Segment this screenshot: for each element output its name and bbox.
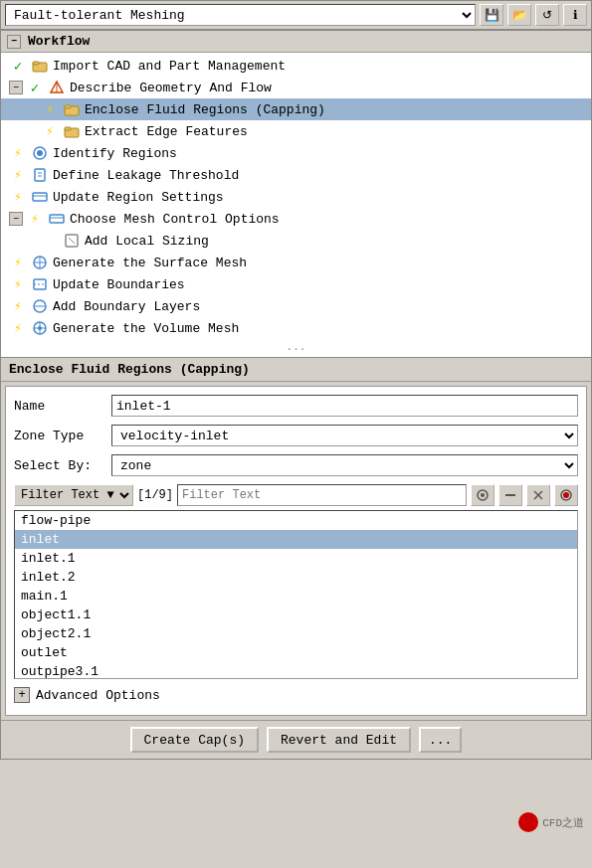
- list-item-flow-pipe[interactable]: flow-pipe: [15, 511, 577, 530]
- lightning-icon-surface: ⚡: [9, 254, 27, 271]
- tree-item-boundary-layers[interactable]: ⚡ Add Boundary Layers: [1, 295, 591, 317]
- filter-clear-btn[interactable]: [526, 484, 550, 506]
- svg-point-9: [37, 150, 43, 156]
- leakage-icon: [31, 166, 49, 184]
- meshing-type-select[interactable]: Fault-tolerant Meshing: [5, 4, 476, 26]
- tree-item-define-leakage[interactable]: ⚡ Define Leakage Threshold: [1, 164, 591, 186]
- tree-item-identify-regions[interactable]: ⚡ Identify Regions: [1, 142, 591, 164]
- boundaries-icon: [31, 275, 49, 293]
- list-item-outpipe31[interactable]: outpipe3.1: [15, 662, 577, 679]
- tree-label-surface-mesh: Generate the Surface Mesh: [53, 256, 247, 270]
- filter-deselect-btn[interactable]: [498, 484, 522, 506]
- list-item-object21[interactable]: object2.1: [15, 624, 577, 643]
- workflow-collapse-btn[interactable]: −: [7, 35, 21, 49]
- folder-icon-extract: [63, 122, 81, 140]
- form-body: Name Zone Type velocity-inletpressure-ou…: [5, 386, 587, 716]
- top-bar: Fault-tolerant Meshing 💾 📂 ↺ ℹ: [0, 0, 592, 30]
- svg-rect-10: [35, 169, 45, 181]
- form-title: Enclose Fluid Regions (Capping): [1, 358, 591, 382]
- list-item-inlet1[interactable]: inlet.1: [15, 549, 577, 568]
- watermark-text: CFD之道: [542, 815, 584, 830]
- name-input[interactable]: [111, 395, 578, 417]
- tree-label-identify: Identify Regions: [53, 146, 177, 161]
- list-item-main1[interactable]: main.1: [15, 587, 577, 606]
- svg-point-36: [563, 492, 569, 498]
- select-by-row: Select By: zonenamelabel: [14, 454, 578, 476]
- zone-type-select[interactable]: velocity-inletpressure-outletwallinterio…: [111, 425, 578, 446]
- tree-label-import-cad: Import CAD and Part Management: [53, 59, 286, 74]
- list-item-inlet2[interactable]: inlet.2: [15, 568, 577, 587]
- watermark-logo: [518, 812, 538, 832]
- workflow-title: Workflow: [28, 34, 90, 49]
- tree-item-update-region[interactable]: ⚡ Update Region Settings: [1, 186, 591, 208]
- lightning-icon-boundaries: ⚡: [9, 275, 27, 293]
- lightning-icon-enclose: ⚡: [41, 100, 59, 118]
- check-icon-import: ✓: [9, 57, 27, 75]
- tree-item-surface-mesh[interactable]: ⚡ Generate the Surface Mesh: [1, 252, 591, 273]
- refresh-button[interactable]: ↺: [535, 4, 559, 26]
- tree-label-extract: Extract Edge Features: [85, 124, 248, 139]
- sizing-icon: [63, 232, 81, 250]
- describe-collapse-btn[interactable]: −: [9, 81, 23, 94]
- info-button[interactable]: ℹ: [563, 4, 587, 26]
- name-row: Name: [14, 395, 578, 417]
- tree-item-update-boundaries[interactable]: ⚡ Update Boundaries: [1, 273, 591, 295]
- tree-label-leakage: Define Leakage Threshold: [53, 168, 239, 183]
- choose-mesh-collapse-btn[interactable]: −: [9, 212, 23, 226]
- save-button[interactable]: 💾: [480, 4, 503, 26]
- filter-count: [1/9]: [137, 488, 173, 502]
- filter-type-select[interactable]: Filter Text ▼: [14, 484, 133, 506]
- tree-item-volume-mesh[interactable]: ⚡ Generate the Volume Mesh: [1, 317, 591, 339]
- settings-icon: [31, 188, 49, 206]
- list-item-outlet[interactable]: outlet: [15, 643, 577, 662]
- spacing-icon: [41, 232, 59, 250]
- lightning-icon-layers: ⚡: [9, 297, 27, 315]
- tree-item-choose-mesh[interactable]: − ⚡ Choose Mesh Control Options: [1, 208, 591, 230]
- filter-select-all-btn[interactable]: [471, 484, 494, 506]
- advanced-expand-btn[interactable]: +: [14, 687, 30, 703]
- svg-rect-15: [50, 215, 64, 223]
- create-cap-button[interactable]: Create Cap(s): [130, 727, 259, 753]
- mesh-icon: [48, 210, 66, 228]
- check-icon-describe: ✓: [26, 79, 44, 96]
- geometry-icon: [48, 79, 66, 96]
- bottom-bar: Create Cap(s) Revert and Edit ...: [1, 720, 591, 759]
- tree-label-choose-mesh: Choose Mesh Control Options: [70, 212, 280, 227]
- filter-refresh-btn[interactable]: [554, 484, 578, 506]
- lightning-icon-mesh: ⚡: [26, 210, 44, 228]
- tree-label-local-sizing: Add Local Sizing: [85, 234, 209, 249]
- tree-item-describe-geometry[interactable]: − ✓ Describe Geometry And Flow: [1, 77, 591, 98]
- svg-line-18: [69, 238, 75, 244]
- tree-item-add-local-sizing[interactable]: Add Local Sizing: [1, 230, 591, 252]
- more-indicator: ...: [1, 339, 591, 355]
- advanced-options-label: Advanced Options: [36, 688, 160, 703]
- zone-type-label: Zone Type: [14, 429, 103, 443]
- name-label: Name: [14, 399, 103, 414]
- list-item-inlet[interactable]: inlet: [15, 530, 577, 549]
- select-by-label: Select By:: [14, 458, 103, 473]
- zone-list[interactable]: flow-pipe inlet inlet.1 inlet.2 main.1 o…: [14, 510, 578, 679]
- workflow-panel: − Workflow ✓ Import CAD and Part Managem…: [0, 30, 592, 358]
- tree-item-import-cad[interactable]: ✓ Import CAD and Part Management: [1, 55, 591, 77]
- filter-input[interactable]: [177, 484, 467, 506]
- lightning-icon-identify: ⚡: [9, 144, 27, 162]
- svg-rect-1: [33, 62, 39, 65]
- tree-label-describe: Describe Geometry And Flow: [70, 81, 272, 95]
- tree-label-boundary-layers: Add Boundary Layers: [53, 299, 200, 314]
- tree-label-boundaries: Update Boundaries: [53, 277, 185, 292]
- svg-point-31: [481, 493, 485, 497]
- svg-point-29: [38, 326, 42, 330]
- tree-label-enclose: Enclose Fluid Regions (Capping): [85, 102, 325, 117]
- svg-rect-32: [505, 494, 515, 496]
- workflow-header: − Workflow: [1, 31, 591, 53]
- tree-item-enclose-fluid[interactable]: ⚡ Enclose Fluid Regions (Capping): [1, 98, 591, 120]
- more-options-button[interactable]: ...: [419, 727, 462, 753]
- tree-item-extract-edge[interactable]: ⚡ Extract Edge Features: [1, 120, 591, 142]
- open-button[interactable]: 📂: [507, 4, 531, 26]
- revert-edit-button[interactable]: Revert and Edit: [267, 727, 411, 753]
- select-by-select[interactable]: zonenamelabel: [111, 454, 578, 476]
- list-item-object11[interactable]: object1.1: [15, 606, 577, 624]
- zone-type-row: Zone Type velocity-inletpressure-outletw…: [14, 425, 578, 446]
- lightning-icon-volume: ⚡: [9, 319, 27, 337]
- folder-icon-enclose: [63, 100, 81, 118]
